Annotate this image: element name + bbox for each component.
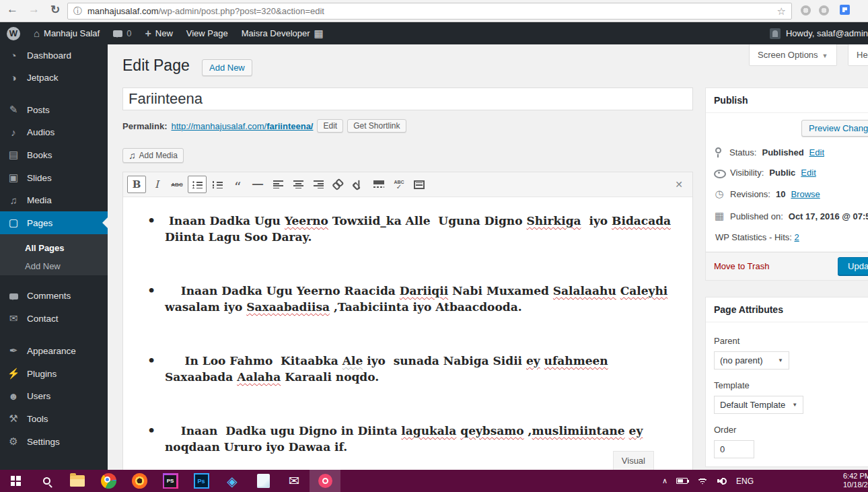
howdy-account-menu[interactable]: Howdy, salaf@admin [786,28,868,38]
sidebar-item-users[interactable]: ☻Users [0,385,108,407]
chrome-button[interactable] [93,470,124,492]
add-new-button[interactable]: Add New [202,59,252,76]
insert-more-tag-button[interactable] [369,176,388,193]
sidebar-item-label: Comments [27,291,71,301]
editor-content-area[interactable]: Inaan Dadka Ugu Yeerno Towxiid_ka Alle U… [123,198,692,470]
new-label: New [155,28,173,38]
sidebar-item-all-pages[interactable]: All Pages [0,234,108,257]
extension-icon[interactable] [819,5,829,15]
site-name-menu[interactable]: ⌂ Manhaju Salaf [27,22,106,44]
sidebar-item-plugins[interactable]: ⚡Plugins [0,362,108,385]
permalink-slug: fariinteena/ [266,121,313,131]
parent-select[interactable]: (no parent) ▼ [714,351,789,370]
publish-panel-title[interactable]: Publish [706,88,868,113]
spellcheck-button[interactable]: ABC✓ [390,176,408,193]
browse-revisions-link[interactable]: Browse [791,189,820,199]
help-tab[interactable]: Help [848,44,868,66]
edit-permalink-button[interactable]: Edit [317,119,343,133]
preview-changes-button[interactable]: Preview Changes [801,120,868,137]
edit-status-link[interactable]: Edit [809,147,824,157]
edit-visibility-link[interactable]: Edit [801,168,816,178]
extension-icon[interactable] [801,5,811,15]
sidebar-item-add-new[interactable]: Add New [0,257,108,275]
comments-menu[interactable]: 0 [106,22,138,44]
tab-visual[interactable]: Visual [613,451,654,470]
translate-extension-icon[interactable] [840,5,850,15]
search-button[interactable] [31,470,62,492]
numbered-list-button[interactable] [208,176,227,193]
back-icon[interactable]: ← [7,3,18,16]
taskbar-clock[interactable]: 6:42 PM 10/18/2016 [843,472,868,489]
photoshop-button[interactable]: Ps [186,470,217,492]
phpstorm-button[interactable]: PS [155,470,186,492]
get-shortlink-button[interactable]: Get Shortlink [347,119,406,133]
align-left-button[interactable] [268,176,287,193]
order-input[interactable] [714,440,754,458]
sidebar-item-books[interactable]: ▤Books [0,143,108,166]
sidebar-item-slides[interactable]: ▣Slides [0,166,108,189]
insert-link-button[interactable] [329,176,348,193]
sidebar-item-jetpack[interactable]: ◑Jetpack [0,67,108,89]
blockquote-button[interactable]: “ [228,176,247,193]
sidebar-item-dashboard[interactable]: ◔Dashboard [0,44,108,67]
sidebar-item-pages[interactable]: ▢Pages [0,211,108,234]
sidebar-item-media[interactable]: ♫Media [0,189,108,211]
flow-app-button[interactable]: ◈ [217,470,248,492]
sidebar-item-posts[interactable]: ✎Posts [0,98,108,121]
wp-logo-menu[interactable]: W [0,22,27,44]
microphone-icon: ♪ [7,127,20,138]
align-center-button[interactable] [289,176,308,193]
notepad-button[interactable] [248,470,279,492]
file-explorer-button[interactable] [62,470,93,492]
camera-app-button[interactable] [310,470,340,492]
order-label: Order [714,425,868,435]
remove-link-button[interactable] [349,176,368,193]
start-button[interactable] [0,470,31,492]
post-title-input[interactable] [122,87,693,110]
sidebar-item-tools[interactable]: ⚒Tools [0,407,108,430]
italic-button[interactable]: I [147,176,166,193]
bold-button[interactable]: B [127,176,146,193]
mail-button[interactable]: ✉ [279,470,310,492]
view-page-menu[interactable]: View Page [180,22,235,44]
sidebar-item-settings[interactable]: ⚙Settings [0,430,108,453]
chevron-down-icon: ▼ [822,52,828,59]
sidebar-item-label: Tools [27,414,48,424]
media-icon: ♫ [129,150,136,161]
sidebar-item-audios[interactable]: ♪Audios [0,121,108,143]
horizontal-rule-button[interactable]: — [248,176,267,193]
sidebar-item-appearance[interactable]: ✒Appearance [0,339,108,362]
speaker-icon[interactable] [717,477,727,485]
fullscreen-button[interactable]: ✕ [670,176,688,193]
strikethrough-button[interactable]: ABC [168,176,186,193]
update-button[interactable]: Update [838,257,868,275]
template-select[interactable]: Default Template ▼ [714,396,803,414]
sidebar-item-label: All Pages [25,243,65,253]
language-indicator[interactable]: ENG [736,477,754,486]
bookmark-star-icon[interactable]: ☆ [777,5,786,17]
tray-chevron-icon[interactable]: ∧ [662,477,667,485]
permalink-link[interactable]: http://manhajusalaf.com/fariinteena/ [171,121,313,131]
sidebar-item-comments[interactable]: Comments [0,285,108,307]
new-content-menu[interactable]: + New [138,22,179,44]
opera-button[interactable] [124,470,155,492]
page-info-icon[interactable]: ⓘ [73,5,82,17]
sidebar-item-contact[interactable]: ✉Contact [0,307,108,330]
align-right-button[interactable] [309,176,328,193]
forward-icon[interactable]: → [28,3,40,16]
screen-options-tab[interactable]: Screen Options▼ [749,44,837,66]
developer-menu[interactable]: Maisra Developer ▦ [235,22,330,44]
address-bar[interactable]: ⓘ manhajusalaf.com/wp-admin/post.php?pos… [67,3,792,20]
refresh-icon[interactable]: ↻ [50,3,60,17]
page-attributes-title[interactable]: Page Attributes [706,297,868,322]
wrench-icon: ⚒ [7,413,20,425]
move-to-trash-link[interactable]: Move to Trash [714,261,769,271]
battery-icon[interactable] [676,478,688,484]
developer-label: Maisra Developer [242,28,310,38]
stats-hits-link[interactable]: 2 [795,232,799,242]
wifi-icon[interactable] [696,478,709,485]
toolbar-toggle-button[interactable] [410,176,429,193]
bulleted-list-button[interactable] [188,176,207,193]
add-media-button[interactable]: ♫ Add Media [122,148,184,163]
permalink-row: Permalink: http://manhajusalaf.com/farii… [122,119,406,133]
